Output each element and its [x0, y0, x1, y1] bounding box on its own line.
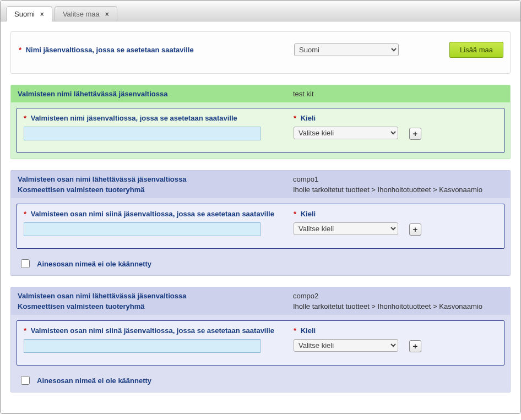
- component-section-1: Valmisteen osan nimi lähettävässä jäsenv…: [10, 170, 511, 276]
- language-label: Kieli: [301, 326, 316, 335]
- not-translated-checkbox[interactable]: [21, 259, 30, 268]
- required-icon: *: [294, 114, 296, 122]
- main-container: Suomi × Valitse maa × * Nimi jäsenvaltio…: [0, 0, 521, 414]
- tab-label: Suomi: [14, 10, 35, 18]
- close-icon[interactable]: ×: [40, 10, 44, 18]
- not-translated-row: Ainesosan nimeä ei ole käännetty: [11, 371, 510, 392]
- country-panel: * Nimi jäsenvaltiossa, jossa se asetetaa…: [10, 31, 511, 74]
- inner-box: * Valmisteen osan nimi siinä jäsenvaltio…: [17, 204, 504, 249]
- component-name-value: compo2: [293, 292, 503, 300]
- product-group-value: Iholle tarkoitetut tuotteet > Ihonhoitot…: [293, 186, 503, 194]
- plus-icon[interactable]: +: [409, 128, 421, 140]
- product-name-section: Valmisteen nimi lähettävässä jäsenvaltio…: [10, 85, 511, 159]
- close-icon[interactable]: ×: [105, 10, 109, 18]
- language-label: Kieli: [301, 210, 316, 218]
- required-icon: *: [24, 326, 26, 335]
- not-translated-label: Ainesosan nimeä ei ole käännetty: [37, 260, 151, 268]
- language-select[interactable]: Valitse kieli: [294, 339, 398, 352]
- required-icon: *: [294, 210, 296, 218]
- product-group-value: Iholle tarkoitetut tuotteet > Ihonhoitot…: [293, 302, 503, 310]
- language-select[interactable]: Valitse kieli: [294, 127, 398, 139]
- component-section-2: Valmisteen osan nimi lähettävässä jäsenv…: [10, 287, 511, 392]
- component-name-value: compo1: [293, 175, 503, 183]
- add-country-button[interactable]: Lisää maa: [449, 42, 503, 58]
- plus-icon[interactable]: +: [409, 223, 421, 236]
- tab-label: Valitse maa: [63, 10, 100, 18]
- content: * Nimi jäsenvaltiossa, jossa se asetetaa…: [1, 21, 520, 413]
- not-translated-label: Ainesosan nimeä ei ole käännetty: [37, 377, 151, 385]
- component-name-input[interactable]: [24, 222, 260, 236]
- header-value: test kit: [293, 90, 503, 98]
- product-group-label: Kosmeettisen valmisteen tuoteryhmä: [18, 186, 293, 194]
- plus-icon[interactable]: +: [409, 340, 421, 352]
- product-group-label: Kosmeettisen valmisteen tuoteryhmä: [18, 302, 293, 310]
- not-translated-row: Ainesosan nimeä ei ole käännetty: [11, 254, 510, 275]
- name-label: Valmisteen osan nimi siinä jäsenvaltioss…: [31, 326, 274, 335]
- inner-box: * Valmisteen nimi jäsenvaltiossa, jossa …: [17, 108, 504, 153]
- component-name-input[interactable]: [24, 339, 260, 353]
- tab-valitse-maa[interactable]: Valitse maa ×: [55, 6, 117, 21]
- section-header: Valmisteen nimi lähettävässä jäsenvaltio…: [11, 85, 510, 102]
- section-header: Valmisteen osan nimi lähettävässä jäsenv…: [11, 171, 510, 198]
- required-icon: *: [294, 326, 296, 335]
- component-name-sender-label: Valmisteen osan nimi lähettävässä jäsenv…: [18, 175, 293, 183]
- tab-bar: Suomi × Valitse maa ×: [1, 1, 520, 21]
- language-label: Kieli: [301, 114, 316, 122]
- tab-suomi[interactable]: Suomi ×: [6, 6, 52, 21]
- inner-box: * Valmisteen osan nimi siinä jäsenvaltio…: [17, 320, 504, 366]
- product-name-input[interactable]: [24, 127, 260, 140]
- required-icon: *: [19, 46, 21, 54]
- country-select[interactable]: Suomi: [294, 43, 399, 56]
- header-label: Valmisteen nimi lähettävässä jäsenvaltio…: [18, 90, 293, 98]
- section-header: Valmisteen osan nimi lähettävässä jäsenv…: [11, 287, 510, 315]
- language-select[interactable]: Valitse kieli: [294, 222, 398, 235]
- not-translated-checkbox[interactable]: [21, 376, 30, 385]
- required-icon: *: [24, 210, 26, 218]
- country-label: Nimi jäsenvaltiossa, jossa se asetetaan …: [26, 46, 194, 54]
- component-name-sender-label: Valmisteen osan nimi lähettävässä jäsenv…: [18, 292, 293, 300]
- required-icon: *: [24, 114, 26, 122]
- name-label: Valmisteen osan nimi siinä jäsenvaltioss…: [31, 210, 274, 218]
- name-label: Valmisteen nimi jäsenvaltiossa, jossa se…: [31, 114, 237, 122]
